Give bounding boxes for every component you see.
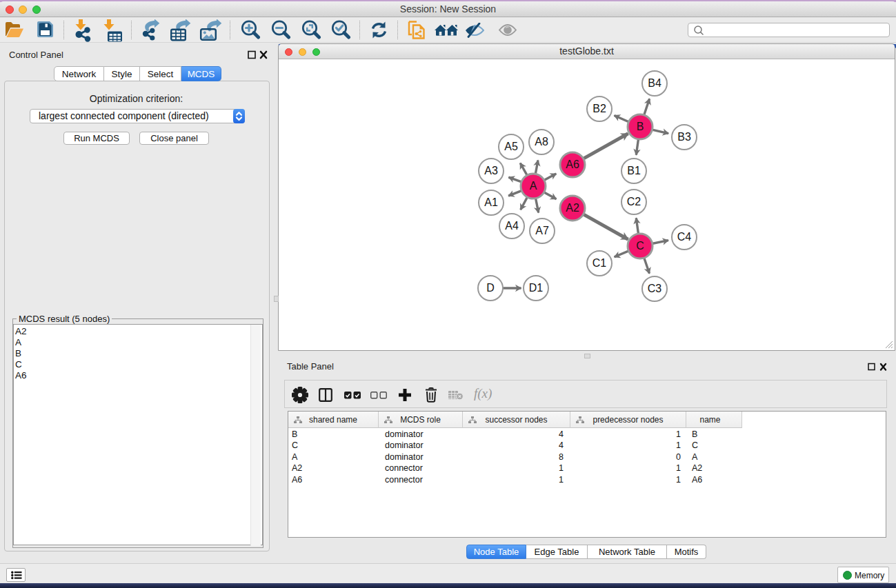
svg-text:D: D (486, 282, 495, 294)
svg-text:A4: A4 (505, 220, 519, 232)
svg-text:B4: B4 (648, 77, 661, 89)
svg-text:C1: C1 (593, 257, 607, 269)
svg-text:D1: D1 (529, 282, 544, 294)
svg-text:C4: C4 (677, 231, 692, 243)
svg-text:C3: C3 (648, 283, 662, 294)
svg-text:A1: A1 (484, 196, 498, 208)
svg-text:C2: C2 (627, 196, 641, 207)
svg-text:A5: A5 (504, 141, 518, 152)
svg-text:A8: A8 (535, 136, 548, 148)
svg-text:A3: A3 (484, 165, 498, 176)
svg-text:B1: B1 (627, 165, 641, 176)
svg-text:A: A (530, 180, 537, 192)
svg-text:B: B (637, 121, 644, 132)
svg-text:B2: B2 (593, 103, 606, 114)
svg-text:A2: A2 (566, 202, 579, 214)
svg-text:B3: B3 (677, 131, 691, 143)
svg-text:C: C (636, 240, 644, 252)
svg-text:A7: A7 (535, 225, 549, 236)
svg-text:A6: A6 (566, 159, 579, 170)
